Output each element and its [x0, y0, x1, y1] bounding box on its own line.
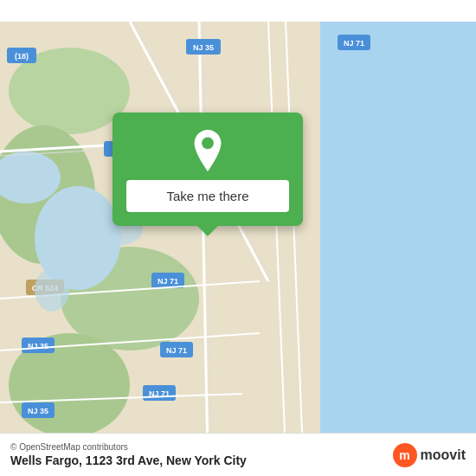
svg-text:NJ 35: NJ 35: [28, 407, 48, 415]
moovit-logo: m moovit: [393, 443, 466, 467]
svg-point-44: [202, 138, 214, 150]
map-background: NJ 138 NJ 35 NJ 71 NJ 71 NJ 71 NJ 71 CR …: [0, 0, 476, 476]
svg-text:NJ 35: NJ 35: [193, 43, 214, 52]
map-container: NJ 138 NJ 35 NJ 71 NJ 71 NJ 71 NJ 71 CR …: [0, 0, 476, 476]
take-me-there-button[interactable]: Take me there: [126, 180, 289, 212]
svg-point-43: [35, 268, 69, 312]
svg-rect-9: [251, 22, 320, 454]
map-attribution: © OpenStreetMap contributors: [10, 442, 247, 452]
moovit-icon: m: [393, 443, 417, 467]
bottom-bar: © OpenStreetMap contributors Wells Fargo…: [0, 433, 476, 476]
bottom-bar-info: © OpenStreetMap contributors Wells Fargo…: [10, 442, 247, 467]
location-pin-icon: [187, 130, 228, 171]
svg-text:(18): (18): [15, 52, 29, 61]
location-label: Wells Fargo, 1123 3rd Ave, New York City: [10, 453, 247, 467]
svg-rect-10: [320, 22, 476, 454]
svg-text:NJ 71: NJ 71: [158, 277, 178, 286]
svg-text:NJ 71: NJ 71: [166, 346, 187, 355]
svg-text:NJ 71: NJ 71: [344, 39, 364, 48]
location-popup: Take me there: [113, 113, 303, 226]
moovit-text: moovit: [421, 447, 466, 463]
